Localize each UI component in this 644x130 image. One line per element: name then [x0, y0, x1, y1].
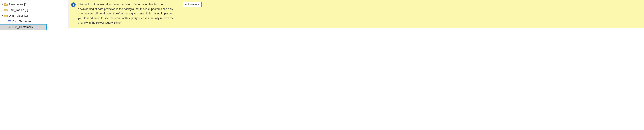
svg-marker-2	[2, 10, 3, 11]
svg-rect-13	[10, 28, 10, 28]
svg-marker-0	[2, 4, 3, 5]
tree-item-dim-territories[interactable]: Dim_Territories	[0, 19, 47, 24]
chevron-down-icon[interactable]	[1, 15, 4, 16]
tree-folder-label: Fact_Tables [8]	[9, 8, 28, 12]
warning-icon	[8, 26, 11, 29]
table-icon	[8, 20, 11, 23]
info-icon: i	[71, 3, 76, 7]
svg-rect-3	[4, 10, 8, 11]
tree-item-label: Dim_Territories	[12, 20, 32, 23]
svg-rect-5	[4, 15, 8, 17]
edit-settings-button[interactable]: Edit Settings	[183, 2, 202, 7]
svg-rect-12	[10, 27, 10, 28]
tree-folder-label: Dim_Tables [13]	[9, 14, 29, 18]
folder-icon	[4, 9, 8, 12]
tree-item-dim-customers[interactable]: Dim_Customers	[0, 24, 47, 30]
info-icon-wrap: i	[71, 2, 76, 7]
app-root: Parameters [1] Fact_Tables [8]	[0, 0, 644, 30]
tree-item-label: Dim_Customers	[12, 25, 33, 29]
tree-folder-parameters[interactable]: Parameters [1]	[0, 2, 47, 7]
info-message: Information: Preview refresh was cancele…	[78, 2, 181, 25]
tree-folder-fact-tables[interactable]: Fact_Tables [8]	[0, 7, 47, 13]
svg-marker-4	[2, 15, 3, 16]
svg-rect-1	[4, 4, 8, 6]
chevron-right-icon[interactable]	[1, 9, 4, 11]
tree-folder-label: Parameters [1]	[9, 3, 27, 6]
tree-folder-dim-tables[interactable]: Dim_Tables [13]	[0, 13, 47, 19]
folder-icon	[4, 14, 8, 17]
folder-icon	[4, 3, 8, 6]
chevron-right-icon[interactable]	[1, 4, 4, 5]
svg-rect-7	[8, 20, 11, 21]
query-tree-panel: Parameters [1] Fact_Tables [8]	[0, 0, 47, 30]
info-notice-panel: i Information: Preview refresh was cance…	[68, 0, 644, 28]
